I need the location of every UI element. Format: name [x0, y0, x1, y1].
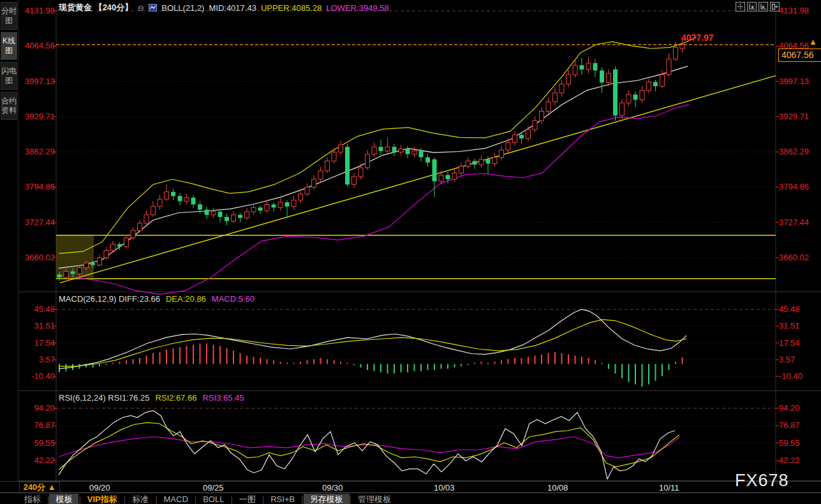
- latest-price-arrow-icon[interactable]: ▲: [809, 37, 817, 47]
- x-axis-date-label: 10/03: [434, 483, 455, 493]
- toolbar-item[interactable]: 管理模板: [351, 494, 397, 504]
- y-axis-label-left: 3727.44: [19, 218, 55, 228]
- shift-right-icon[interactable]: [758, 2, 768, 11]
- x-axis-date-label: 09/20: [89, 483, 110, 493]
- y-axis-label-right: 45.48: [779, 304, 818, 315]
- boll-mid-value: MID:4017.43: [209, 3, 256, 13]
- fx678-watermark: FX678: [735, 471, 789, 491]
- y-axis-label-left: 3794.86: [19, 182, 55, 192]
- toolbar-item[interactable]: MACD: [158, 494, 195, 504]
- y-axis-label-left: 3997.13: [19, 77, 55, 87]
- pan-tool-icon[interactable]: [736, 2, 745, 11]
- timeframe-selector[interactable]: 240分 ▲: [19, 482, 60, 493]
- macd-params-label[interactable]: MACD(26,12,9) DIFF:23.66: [59, 294, 160, 304]
- y-axis-label-right: 31.51: [779, 321, 818, 331]
- y-axis-label-left: 3862.29: [19, 147, 55, 157]
- rsi3-line: [59, 437, 679, 458]
- macd-hist-value: MACD:5.60: [212, 294, 255, 304]
- rsi-params-label[interactable]: RSI(6,12,24) RSI1:76.25: [59, 393, 149, 403]
- y-axis-label-right: 42.22: [779, 456, 818, 466]
- y-axis-label-right: 3794.86: [779, 182, 818, 192]
- swing-high-price-label: 4077.97: [681, 33, 714, 43]
- boll-upper-value: UPPER:4085.28: [261, 3, 322, 13]
- symbol-and-period-label: 现货黄金 【240分】: [59, 2, 133, 13]
- y-axis-label-left: 4064.56: [19, 41, 55, 51]
- trend-line: [60, 76, 776, 283]
- y-axis-label-right: 3727.44: [779, 218, 818, 228]
- y-axis-label-left: -10.40: [19, 371, 55, 382]
- y-axis-label-left: 4131.98: [19, 6, 55, 16]
- highlight-zone: [56, 235, 94, 278]
- bottom-toolbar: 指标|模板|VIP指标|标准|MACD|BOLL|一图|RSI+B|另存模板|管…: [0, 493, 821, 504]
- sidebar-tab-active[interactable]: K线图: [1, 32, 17, 60]
- x-axis-date-label: 09/25: [203, 483, 224, 493]
- y-axis-label-right: 59.55: [779, 438, 818, 448]
- y-axis-label-left: 3660.02: [19, 253, 55, 263]
- candlestick-series: [57, 39, 685, 281]
- y-axis-label-left: 94.20: [19, 403, 55, 413]
- y-axis-label-left: 17.54: [19, 338, 55, 348]
- y-axis-label-left: 42.22: [19, 456, 55, 466]
- toolbar-item[interactable]: 另存模板: [304, 494, 350, 504]
- y-axis-label-left: 31.51: [19, 321, 55, 331]
- sidebar-tab-item[interactable]: 合约资料: [1, 92, 17, 120]
- y-axis-label-right: 76.87: [779, 420, 818, 431]
- chart-application-window: 分时图K线图闪电图合约资料 现货黄金 【240分】 ⊖ BOLL(21,2) M…: [0, 0, 821, 504]
- boll-indicator-label[interactable]: BOLL(21,2): [161, 3, 204, 13]
- toolbar-item[interactable]: BOLL: [196, 494, 230, 504]
- y-axis-label-left: 45.48: [19, 304, 55, 315]
- macd-dea-value: DEA:20.86: [166, 294, 206, 304]
- chart-type-sidebar: 分时图K线图闪电图合约资料: [0, 0, 18, 482]
- restore-chart-icon[interactable]: [770, 2, 780, 11]
- x-axis-date-label: 09/30: [322, 483, 343, 493]
- y-axis-label-left: 3.57: [19, 355, 55, 365]
- toolbar-item[interactable]: 模板: [49, 494, 78, 504]
- collapse-icon[interactable]: ⊖: [137, 3, 144, 13]
- rsi3-value: RSI3:65.45: [202, 393, 244, 403]
- rsi2-value: RSI2:67.66: [155, 393, 196, 403]
- y-axis-label-right: -10.40: [779, 371, 818, 382]
- sidebar-tab-item[interactable]: 闪电图: [1, 62, 17, 90]
- boll-upper-band: [59, 37, 697, 253]
- y-axis-label-right: 3660.02: [779, 253, 818, 263]
- y-axis-label-right: 3.57: [779, 355, 818, 365]
- y-axis-label-right: 3862.29: [779, 147, 818, 157]
- indicator-chart-icon: [149, 4, 157, 11]
- sidebar-tab-item[interactable]: 分时图: [1, 2, 17, 30]
- toolbar-item[interactable]: VIP指标: [81, 494, 124, 504]
- y-axis-label-right: 3997.13: [779, 77, 818, 87]
- period-bracket-label: 【240分】: [94, 3, 133, 12]
- main-chart-header: 现货黄金 【240分】 ⊖ BOLL(21,2) MID:4017.43 UPP…: [59, 2, 389, 13]
- macd-histogram: [59, 344, 683, 387]
- x-axis-date-label: 10/11: [659, 483, 679, 493]
- boll-lower-value: LOWER:3949.58: [326, 3, 388, 13]
- chart-canvas[interactable]: [0, 0, 821, 504]
- toolbar-item[interactable]: 一图: [233, 494, 262, 504]
- shift-left-icon[interactable]: [747, 2, 757, 11]
- symbol-label: 现货黄金: [59, 3, 92, 12]
- toolbar-item[interactable]: 标准: [126, 494, 155, 504]
- y-axis-label-right: 3929.71: [779, 112, 818, 122]
- macd-panel-header: MACD(26,12,9) DIFF:23.66 DEA:20.86 MACD:…: [59, 294, 255, 304]
- boll-lower-band: [59, 105, 689, 295]
- y-axis-label-left: 76.87: [19, 420, 55, 431]
- y-axis-label-right: 17.54: [779, 338, 818, 348]
- rsi-panel-header: RSI(6,12,24) RSI1:76.25 RSI2:67.66 RSI3:…: [59, 393, 244, 403]
- toolbar-item[interactable]: 指标: [18, 494, 47, 504]
- boll-mid-band: [59, 66, 688, 269]
- y-axis-label-left: 59.55: [19, 438, 55, 448]
- y-axis-label-right: 94.20: [779, 403, 818, 413]
- x-axis-date-label: 10/08: [547, 483, 568, 493]
- toolbar-item[interactable]: RSI+B: [264, 494, 301, 504]
- time-axis-row: [0, 481, 821, 493]
- y-axis-label-right: 4131.98: [779, 6, 818, 16]
- chart-tool-icons: [736, 2, 780, 11]
- current-price-badge: 4067.56: [778, 48, 821, 62]
- y-axis-label-left: 3929.71: [19, 112, 55, 122]
